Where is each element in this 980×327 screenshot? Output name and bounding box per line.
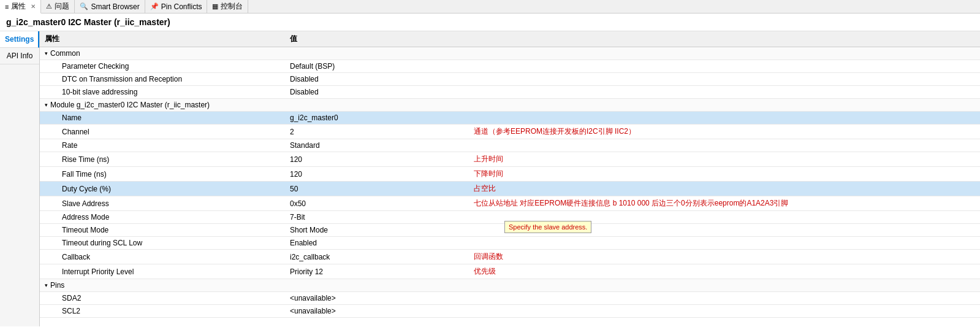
tab-pin-conflicts[interactable]: 📌 Pin Conflicts xyxy=(145,0,208,13)
tab-problems[interactable]: ⚠ 问题 xyxy=(41,0,75,13)
col-header-value: 值 xyxy=(285,31,469,47)
properties-table: 属性 值 ▾CommonParameter CheckingDefault (B… xyxy=(40,31,980,318)
property-name: Duty Cycle (%) xyxy=(40,182,285,196)
property-name: SDA2 xyxy=(40,292,285,305)
tab-properties-label: 属性 xyxy=(11,1,26,12)
content-area[interactable]: 属性 值 ▾CommonParameter CheckingDefault (B… xyxy=(40,31,980,326)
property-value[interactable]: Priority 12 xyxy=(285,264,469,279)
table-row[interactable]: Duty Cycle (%)50占空比 xyxy=(40,182,980,196)
property-value[interactable]: <unavailable> xyxy=(285,305,469,318)
smart-browser-icon: 🔍 xyxy=(80,2,88,10)
tab-console[interactable]: ▦ 控制台 xyxy=(207,0,248,13)
property-value[interactable]: Enabled xyxy=(285,237,469,250)
table-row[interactable]: Rise Time (ns)120上升时间 xyxy=(40,152,980,167)
property-comment: 通道（参考EEPROM连接开发板的I2C引脚 IIC2） xyxy=(469,125,980,139)
chevron-icon: ▾ xyxy=(45,102,48,108)
tab-pin-conflicts-label: Pin Conflicts xyxy=(161,2,202,11)
tab-properties-close[interactable]: ✕ xyxy=(31,3,36,10)
sidebar-item-api-info[interactable]: API Info xyxy=(0,48,39,64)
table-row[interactable]: Address Mode7-BitSpecify the slave addre… xyxy=(40,211,980,224)
property-value[interactable]: Disabled xyxy=(285,73,469,86)
table-row[interactable]: Slave Address0x50七位从站地址 对应EEPROM硬件连接信息 b… xyxy=(40,196,980,211)
property-name: Channel xyxy=(40,125,285,139)
property-value[interactable]: 120 xyxy=(285,167,469,182)
tab-properties[interactable]: ≡ 属性 ✕ xyxy=(0,0,41,13)
property-comment xyxy=(469,112,980,125)
property-value[interactable]: i2c_callback xyxy=(285,250,469,264)
property-name: Rate xyxy=(40,139,285,152)
property-name: SCL2 xyxy=(40,305,285,318)
table-row[interactable]: Interrupt Priority LevelPriority 12优先级 xyxy=(40,264,980,279)
property-value[interactable]: 120 xyxy=(285,152,469,167)
property-comment: 优先级 xyxy=(469,264,980,279)
table-row[interactable]: Parameter CheckingDefault (BSP) xyxy=(40,60,980,73)
property-name: Interrupt Priority Level xyxy=(40,264,285,279)
section-header: ▾Module g_i2c_master0 I2C Master (r_iic_… xyxy=(40,99,980,112)
table-row[interactable]: DTC on Transmission and ReceptionDisable… xyxy=(40,73,980,86)
property-value[interactable]: Disabled xyxy=(285,86,469,99)
property-value[interactable]: 0x50 xyxy=(285,196,469,211)
table-row[interactable]: Nameg_i2c_master0 xyxy=(40,112,980,125)
property-name: Callback xyxy=(40,250,285,264)
property-name: DTC on Transmission and Reception xyxy=(40,73,285,86)
property-name: Parameter Checking xyxy=(40,60,285,73)
table-row[interactable]: SCL2<unavailable> xyxy=(40,305,980,318)
property-comment: Specify the slave address. xyxy=(469,211,980,224)
section-header: ▾Pins xyxy=(40,279,980,292)
table-row[interactable]: Channel2通道（参考EEPROM连接开发板的I2C引脚 IIC2） xyxy=(40,125,980,139)
table-row[interactable]: Timeout ModeShort Mode xyxy=(40,224,980,237)
property-value[interactable]: <unavailable> xyxy=(285,292,469,305)
table-row[interactable]: RateStandard xyxy=(40,139,980,152)
table-row[interactable]: Callbacki2c_callback回调函数 xyxy=(40,250,980,264)
tab-console-label: 控制台 xyxy=(221,1,243,12)
tab-smart-browser-label: Smart Browser xyxy=(91,2,139,11)
section-header: ▾Common xyxy=(40,47,980,60)
property-comment xyxy=(469,60,980,73)
property-comment: 占空比 xyxy=(469,182,980,196)
property-name: Timeout Mode xyxy=(40,224,285,237)
col-header-property: 属性 xyxy=(40,31,285,47)
property-comment xyxy=(469,139,980,152)
property-comment: 七位从站地址 对应EEPROM硬件连接信息 b 1010 000 后边三个0分别… xyxy=(469,196,980,211)
property-value[interactable]: 50 xyxy=(285,182,469,196)
section-label: ▾Pins xyxy=(45,281,975,290)
property-value[interactable]: Default (BSP) xyxy=(285,60,469,73)
property-value[interactable]: Standard xyxy=(285,139,469,152)
table-row[interactable]: Timeout during SCL LowEnabled xyxy=(40,237,980,250)
table-row[interactable]: Fall Time (ns)120下降时间 xyxy=(40,167,980,182)
tab-problems-label: 问题 xyxy=(55,1,69,12)
properties-icon: ≡ xyxy=(5,3,9,10)
property-value[interactable]: g_i2c_master0 xyxy=(285,112,469,125)
section-label: ▾Module g_i2c_master0 I2C Master (r_iic_… xyxy=(45,101,975,109)
main-layout: Settings API Info 属性 值 ▾CommonParameter … xyxy=(0,31,980,326)
property-name: Address Mode xyxy=(40,211,285,224)
problems-icon: ⚠ xyxy=(46,2,52,10)
property-name: Slave Address xyxy=(40,196,285,211)
pin-conflicts-icon: 📌 xyxy=(150,2,159,10)
chevron-icon: ▾ xyxy=(45,50,48,56)
property-name: Name xyxy=(40,112,285,125)
page-title: g_i2c_master0 I2C Master (r_iic_master) xyxy=(0,13,980,31)
property-comment xyxy=(469,86,980,99)
sidebar-item-settings[interactable]: Settings xyxy=(0,31,39,48)
property-name: Timeout during SCL Low xyxy=(40,237,285,250)
property-comment xyxy=(469,292,980,305)
property-name: Fall Time (ns) xyxy=(40,167,285,182)
property-comment xyxy=(469,224,980,237)
property-value[interactable]: Short Mode xyxy=(285,224,469,237)
property-name: 10-bit slave addressing xyxy=(40,86,285,99)
property-value[interactable]: 2 xyxy=(285,125,469,139)
property-value[interactable]: 7-Bit xyxy=(285,211,469,224)
console-icon: ▦ xyxy=(212,2,218,10)
property-name: Rise Time (ns) xyxy=(40,152,285,167)
tab-smart-browser[interactable]: 🔍 Smart Browser xyxy=(75,0,145,13)
col-header-comment xyxy=(469,31,980,47)
section-label: ▾Common xyxy=(45,49,975,58)
sidebar: Settings API Info xyxy=(0,31,40,326)
table-row[interactable]: SDA2<unavailable> xyxy=(40,292,980,305)
chevron-icon: ▾ xyxy=(45,282,48,288)
tab-bar: ≡ 属性 ✕ ⚠ 问题 🔍 Smart Browser 📌 Pin Confli… xyxy=(0,0,980,13)
property-comment xyxy=(469,305,980,318)
property-comment xyxy=(469,237,980,250)
table-row[interactable]: 10-bit slave addressingDisabled xyxy=(40,86,980,99)
